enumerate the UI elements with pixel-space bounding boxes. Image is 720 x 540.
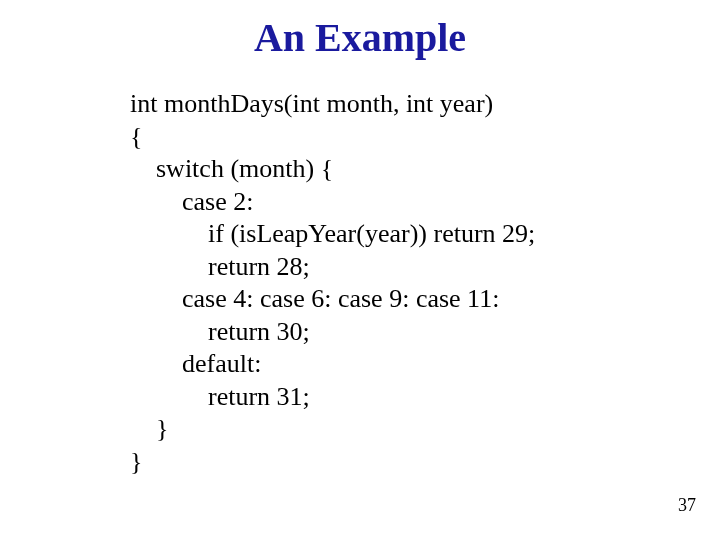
slide-title: An Example	[0, 0, 720, 61]
code-line: case 2:	[130, 187, 253, 216]
code-line: }	[130, 414, 168, 443]
code-line: switch (month) {	[130, 154, 333, 183]
code-line: return 28;	[130, 252, 310, 281]
slide: An Example int monthDays(int month, int …	[0, 0, 720, 540]
code-line: {	[130, 122, 142, 151]
page-number: 37	[678, 495, 696, 516]
code-line: default:	[130, 349, 261, 378]
code-line: if (isLeapYear(year)) return 29;	[130, 219, 535, 248]
code-line: int monthDays(int month, int year)	[130, 89, 493, 118]
code-line: return 30;	[130, 317, 310, 346]
code-line: return 31;	[130, 382, 310, 411]
code-line: case 4: case 6: case 9: case 11:	[130, 284, 499, 313]
code-listing: int monthDays(int month, int year) { swi…	[130, 88, 535, 478]
code-line: }	[130, 447, 142, 476]
